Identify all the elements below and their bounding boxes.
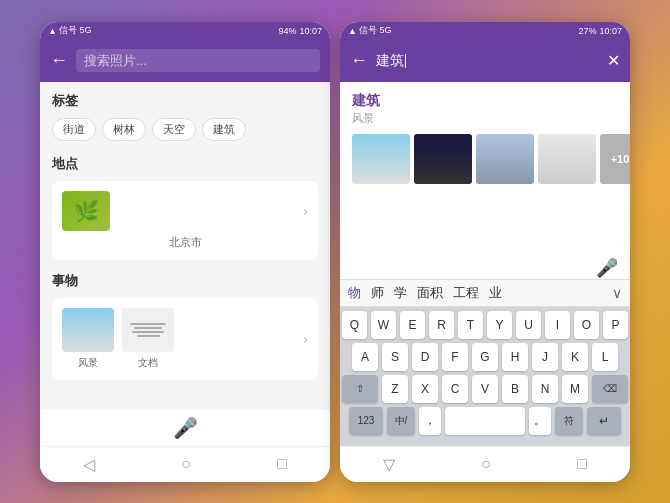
key-h[interactable]: H [502,343,528,371]
thing-item-scenery[interactable]: 风景 [62,308,114,370]
key-q[interactable]: Q [342,311,367,339]
suggestion-1[interactable]: 师 [371,284,384,302]
key-comma[interactable]: ， [419,407,441,435]
location-row[interactable]: 🌿 › [62,191,308,231]
key-m[interactable]: M [562,375,588,403]
key-p[interactable]: P [603,311,628,339]
key-backspace[interactable]: ⌫ [592,375,628,403]
left-time: 10:07 [299,26,322,36]
key-u[interactable]: U [516,311,541,339]
text-cursor [405,54,406,68]
suggestions-row: 物 师 学 面积 工程 业 ∨ [340,279,630,307]
key-shift[interactable]: ⇧ [342,375,378,403]
left-battery: 94% [278,26,296,36]
right-close-button[interactable]: ✕ [607,51,620,70]
right-status-signal: 信号 5G [359,24,392,37]
key-o[interactable]: O [574,311,599,339]
key-period[interactable]: 。 [529,407,551,435]
keyboard-mic-row: 🎤 [340,253,630,279]
key-row-3: ⇧ Z X C V B N M ⌫ [342,375,628,403]
things-items: 风景 文档 [62,308,174,370]
key-i[interactable]: I [545,311,570,339]
right-nav-back-icon[interactable]: ▽ [383,455,395,474]
photo-cell-4[interactable] [538,134,596,184]
key-y[interactable]: Y [487,311,512,339]
key-n[interactable]: N [532,375,558,403]
left-nav-home-icon[interactable]: ○ [181,455,191,474]
key-x[interactable]: X [412,375,438,403]
right-back-button[interactable]: ← [350,50,368,71]
location-chevron-icon: › [303,203,308,219]
flowers-icon: 🌿 [74,199,99,223]
key-row-2: A S D F G H J K L [342,343,628,371]
suggestion-2[interactable]: 学 [394,284,407,302]
tags-section-title: 标签 [52,92,318,110]
key-d[interactable]: D [412,343,438,371]
left-search-input[interactable] [76,49,320,72]
tag-chip-jiedao[interactable]: 街道 [52,118,96,141]
right-signal-icon: ▲ [348,26,357,36]
key-r[interactable]: R [429,311,454,339]
left-status-bar: ▲ 信号 5G 94% 10:07 [40,22,330,40]
photo-cell-3[interactable] [476,134,534,184]
tag-chip-jianzhu[interactable]: 建筑 [202,118,246,141]
left-screen-content: 标签 街道 树林 天空 建筑 地点 🌿 › 北京市 事物 [40,82,330,410]
left-mic-icon[interactable]: 🎤 [173,416,198,440]
key-123[interactable]: 123 [349,407,383,435]
photo-more-count[interactable]: +10 [600,134,630,184]
left-bottom-nav: ◁ ○ □ [40,446,330,482]
left-mic-area: 🎤 [40,410,330,446]
key-b[interactable]: B [502,375,528,403]
key-k[interactable]: K [562,343,588,371]
tag-chip-tiankong[interactable]: 天空 [152,118,196,141]
things-section-title: 事物 [52,272,318,290]
right-search-bar: ← 建筑 ✕ [340,40,630,82]
key-v[interactable]: V [472,375,498,403]
key-c[interactable]: C [442,375,468,403]
left-nav-back-icon[interactable]: ◁ [83,455,95,474]
key-symbol[interactable]: 符 [555,407,583,435]
key-enter[interactable]: ↵ [587,407,621,435]
right-result-content: 建筑 风景 +10 [340,82,630,253]
keyboard-area: 🎤 物 师 学 面积 工程 业 ∨ Q W E R T Y U I O P [340,253,630,446]
location-name: 北京市 [62,235,308,250]
key-s[interactable]: S [382,343,408,371]
document-label: 文档 [138,356,158,370]
thing-item-document[interactable]: 文档 [122,308,174,370]
right-nav-home-icon[interactable]: ○ [481,455,491,474]
left-back-button[interactable]: ← [50,50,68,71]
things-row-inner: 风景 文档 › [62,308,308,370]
suggestion-5[interactable]: 业 [489,284,502,302]
suggestions-expand-icon[interactable]: ∨ [612,285,622,301]
right-search-query[interactable]: 建筑 [376,52,599,70]
key-g[interactable]: G [472,343,498,371]
suggestion-0[interactable]: 物 [348,284,361,302]
key-t[interactable]: T [458,311,483,339]
suggestion-3[interactable]: 面积 [417,284,443,302]
photo-cell-1[interactable] [352,134,410,184]
tags-row: 街道 树林 天空 建筑 [52,118,318,141]
key-lang[interactable]: 中/ [387,407,415,435]
key-w[interactable]: W [371,311,396,339]
right-phone: ▲ 信号 5G 27% 10:07 ← 建筑 ✕ 建筑 风景 +10 🎤 [340,22,630,482]
location-thumbnail: 🌿 [62,191,110,231]
photo-cell-2[interactable] [414,134,472,184]
suggestion-4[interactable]: 工程 [453,284,479,302]
left-signal-icon: ▲ [48,26,57,36]
right-nav-recents-icon[interactable]: □ [577,455,587,474]
left-status-signal: 信号 5G [59,24,92,37]
key-a[interactable]: A [352,343,378,371]
tag-chip-shulin[interactable]: 树林 [102,118,146,141]
places-block: 🌿 › 北京市 [52,181,318,260]
left-nav-recents-icon[interactable]: □ [277,455,287,474]
right-bottom-nav: ▽ ○ □ [340,446,630,482]
key-f[interactable]: F [442,343,468,371]
key-space[interactable] [445,407,525,435]
right-query-text: 建筑 [376,52,404,68]
key-z[interactable]: Z [382,375,408,403]
key-j[interactable]: J [532,343,558,371]
key-e[interactable]: E [400,311,425,339]
keyboard-mic-icon[interactable]: 🎤 [596,257,618,279]
key-l[interactable]: L [592,343,618,371]
key-row-1: Q W E R T Y U I O P [342,311,628,339]
